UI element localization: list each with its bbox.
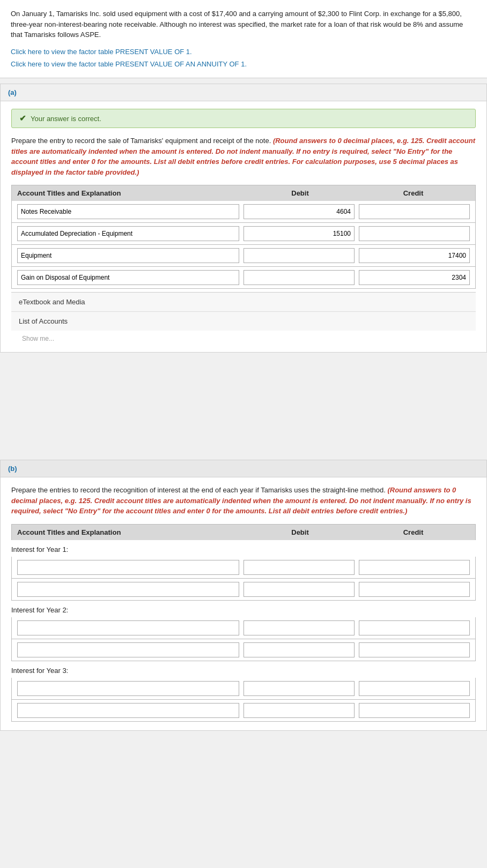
header-debit: Debit (244, 189, 357, 197)
b-header-debit: Debit (244, 528, 357, 536)
account-field-1[interactable] (17, 204, 239, 219)
section-a-label: (a) (1, 84, 486, 101)
pv1-link[interactable]: Click here to view the factor table PRES… (11, 46, 476, 58)
b-debit-y3-2[interactable] (244, 703, 355, 718)
table-a-header: Account Titles and Explanation Debit Cre… (11, 185, 476, 201)
b-credit-y2-2[interactable] (359, 642, 470, 657)
b-credit-y1-2[interactable] (359, 582, 470, 597)
list-accounts-btn[interactable]: List of Accounts (11, 312, 476, 331)
section-a-block: (a) ✔ Your answer is correct. Prepare th… (0, 84, 487, 353)
b-credit-y3-2[interactable] (359, 703, 470, 718)
debit-field-3[interactable] (244, 248, 355, 263)
table-row (11, 201, 476, 223)
debit-field-4[interactable] (244, 270, 355, 285)
b-credit-y3-1[interactable] (359, 681, 470, 696)
header-credit: Credit (357, 189, 470, 197)
b-account-y2-1[interactable] (17, 620, 239, 635)
b-credit-y1-1[interactable] (359, 560, 470, 575)
b-debit-y2-1[interactable] (244, 620, 355, 635)
b-debit-y3-1[interactable] (244, 681, 355, 696)
b-debit-y1-1[interactable] (244, 560, 355, 575)
b-account-y1-1[interactable] (17, 560, 239, 575)
b-header-credit: Credit (357, 528, 470, 536)
problem-description: On January 1, Tamarisks Inc. sold used e… (0, 0, 487, 78)
b-account-y3-1[interactable] (17, 681, 239, 696)
account-field-4[interactable] (17, 270, 239, 285)
b-credit-y2-1[interactable] (359, 620, 470, 635)
etextbook-btn[interactable]: eTextbook and Media (11, 293, 476, 312)
pv-annuity-link[interactable]: Click here to view the factor table PRES… (11, 58, 476, 70)
credit-field-1[interactable] (359, 204, 470, 219)
section-a-content: ✔ Your answer is correct. Prepare the en… (1, 101, 486, 352)
b-account-y3-2[interactable] (17, 703, 239, 718)
instructions-a: Prepare the entry to record the sale of … (11, 136, 476, 177)
year3-label: Interest for Year 3: (11, 667, 476, 675)
table-row (11, 267, 476, 289)
instructions-b: Prepare the entries to record the recogn… (11, 485, 476, 517)
table-row (11, 223, 476, 245)
b-account-y2-2[interactable] (17, 642, 239, 657)
debit-field-2[interactable] (244, 226, 355, 241)
year1-label: Interest for Year 1: (11, 545, 476, 553)
instructions-plain-a: Prepare the entry to record the sale of … (11, 137, 271, 145)
correct-text: Your answer is correct. (31, 115, 101, 123)
header-account: Account Titles and Explanation (17, 189, 244, 197)
table-row (11, 245, 476, 267)
table-row-y3-r1 (11, 678, 476, 700)
b-header-account: Account Titles and Explanation (17, 528, 244, 536)
b-debit-y1-2[interactable] (244, 582, 355, 597)
table-row-y2-r1 (11, 617, 476, 639)
bottom-buttons-a: eTextbook and Media List of Accounts (11, 292, 476, 331)
section-b-content: Prepare the entries to record the recogn… (1, 477, 486, 730)
account-field-2[interactable] (17, 226, 239, 241)
gap-spacer (0, 358, 487, 454)
credit-field-2[interactable] (359, 226, 470, 241)
section-b-label: (b) (1, 460, 486, 477)
account-field-3[interactable] (17, 248, 239, 263)
table-row-y1-r1 (11, 557, 476, 579)
year2-label: Interest for Year 2: (11, 606, 476, 614)
credit-field-3[interactable] (359, 248, 470, 263)
problem-text: On January 1, Tamarisks Inc. sold used e… (11, 9, 476, 40)
credit-field-4[interactable] (359, 270, 470, 285)
table-b-header: Account Titles and Explanation Debit Cre… (11, 524, 476, 540)
show-more-text: Show me... (11, 331, 476, 347)
checkmark-icon: ✔ (19, 114, 26, 123)
b-account-y1-2[interactable] (17, 582, 239, 597)
b-debit-y2-2[interactable] (244, 642, 355, 657)
instructions-plain-b: Prepare the entries to record the recogn… (11, 486, 386, 494)
table-row-y3-r2 (11, 700, 476, 722)
correct-banner: ✔ Your answer is correct. (11, 109, 476, 128)
table-row-y2-r2 (11, 639, 476, 661)
section-b-block: (b) Prepare the entries to record the re… (0, 460, 487, 731)
table-row-y1-r2 (11, 579, 476, 601)
debit-field-1[interactable] (244, 204, 355, 219)
